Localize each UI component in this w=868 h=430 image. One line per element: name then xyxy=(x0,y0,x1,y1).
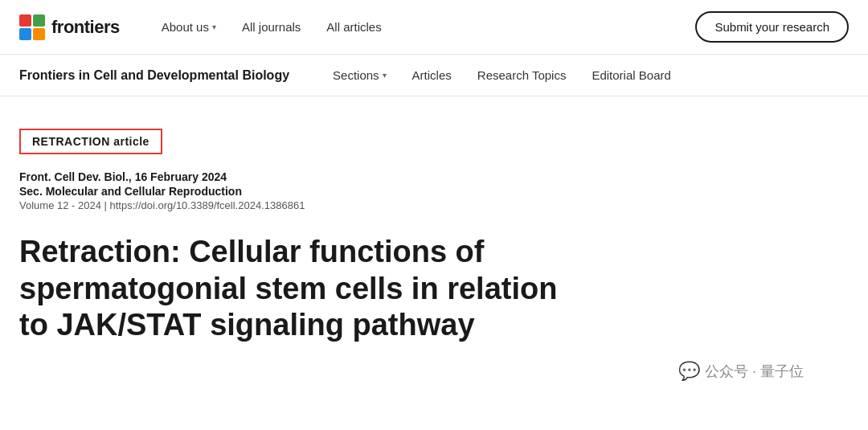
sections-chevron-icon: ▾ xyxy=(383,71,387,80)
sections-link[interactable]: Sections ▾ xyxy=(321,62,398,88)
svg-rect-0 xyxy=(19,14,31,27)
articles-link[interactable]: Articles xyxy=(401,62,463,88)
secondary-nav-links: Sections ▾ Articles Research Topics Edit… xyxy=(321,62,682,88)
journal-title: Frontiers in Cell and Developmental Biol… xyxy=(19,68,289,83)
svg-rect-3 xyxy=(33,28,45,40)
submit-research-button[interactable]: Submit your research xyxy=(695,11,849,43)
wechat-icon: 💬 xyxy=(678,361,700,382)
article-meta-section: Sec. Molecular and Cellular Reproduction xyxy=(19,185,592,198)
about-chevron-icon: ▾ xyxy=(212,23,216,31)
svg-rect-2 xyxy=(19,28,31,40)
frontiers-logo-icon xyxy=(19,14,45,40)
top-navigation: frontiers About us ▾ All journals All ar… xyxy=(0,0,868,55)
nav-links: About us ▾ All journals All articles xyxy=(152,14,696,40)
about-us-link[interactable]: About us ▾ xyxy=(152,14,226,40)
article-meta-volume-doi: Volume 12 - 2024 | https://doi.org/10.33… xyxy=(19,199,592,211)
research-topics-link[interactable]: Research Topics xyxy=(466,62,578,88)
logo-area[interactable]: frontiers xyxy=(19,14,120,40)
main-content: RETRACTION article Front. Cell Dev. Biol… xyxy=(0,96,611,376)
article-type-badge: RETRACTION article xyxy=(19,129,162,154)
editorial-board-link[interactable]: Editorial Board xyxy=(580,62,682,88)
all-journals-link[interactable]: All journals xyxy=(232,14,310,40)
logo-text: frontiers xyxy=(51,17,120,38)
all-articles-link[interactable]: All articles xyxy=(317,14,391,40)
wechat-watermark: 💬 公众号 · 量子位 xyxy=(678,361,804,382)
svg-rect-1 xyxy=(33,14,45,27)
article-title: Retraction: Cellular functions of sperma… xyxy=(19,234,566,344)
article-meta-journal-date: Front. Cell Dev. Biol., 16 February 2024 xyxy=(19,170,592,183)
secondary-navigation: Frontiers in Cell and Developmental Biol… xyxy=(0,55,868,96)
article-meta: Front. Cell Dev. Biol., 16 February 2024… xyxy=(19,170,592,211)
